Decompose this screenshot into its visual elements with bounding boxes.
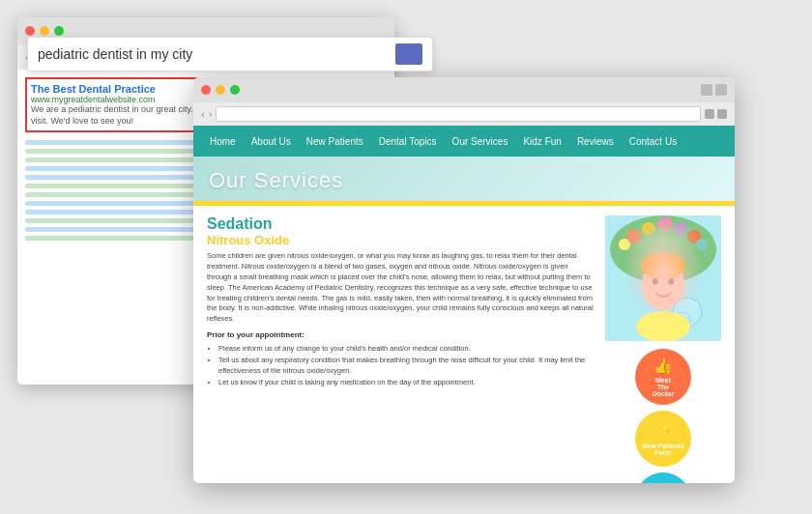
svg-point-6	[687, 230, 701, 243]
child-photo	[605, 215, 721, 341]
prior-label: Prior to your appointment:	[207, 329, 594, 341]
nav-icons	[705, 109, 727, 119]
nav-about[interactable]: About Us	[245, 132, 298, 151]
svg-point-15	[636, 311, 690, 341]
svg-point-9	[642, 260, 684, 310]
share-icon[interactable]	[705, 109, 714, 119]
svg-point-12	[641, 252, 685, 279]
svg-rect-0	[605, 215, 721, 341]
bookmark-icon[interactable]	[717, 109, 727, 119]
page-title: Our Services	[209, 168, 719, 193]
forward-arrow-front[interactable]: ›	[209, 108, 213, 120]
action-buttons: 👍 MeetTheDoctor ⭐ New PatientsForm ✉ Mak…	[635, 349, 691, 483]
search-bar-container: pediatric dentist in my city	[27, 37, 433, 71]
meet-doctor-button[interactable]: 👍 MeetTheDoctor	[635, 349, 691, 405]
bullet-2: Tell us about any respiratory condition …	[218, 356, 594, 376]
svg-point-3	[642, 222, 655, 236]
new-patients-label: New PatientsForm	[642, 443, 684, 456]
svg-point-10	[652, 278, 658, 285]
svg-point-4	[657, 217, 673, 233]
maximize-dot-front[interactable]	[230, 85, 240, 95]
nav-new-patients[interactable]: New Patients	[300, 132, 370, 151]
meet-doctor-label: MeetTheDoctor	[652, 377, 675, 397]
bullet-list: Please inform us of any change to your c…	[207, 344, 594, 388]
content-heading: Sedation	[207, 215, 594, 233]
svg-point-2	[626, 229, 642, 244]
content-subheading: Nitrous Oxide	[207, 233, 594, 247]
content-body: Some children are given nitrous oxide/ox…	[207, 251, 594, 325]
dental-nav: Home About Us New Patients Dental Topics…	[193, 126, 735, 157]
star-icon: ⭐	[653, 422, 673, 441]
dental-text: Sedation Nitrous Oxide Some children are…	[207, 215, 594, 483]
minimize-dot[interactable]	[40, 26, 49, 36]
nav-our-services[interactable]: Our Services	[446, 132, 515, 151]
nav-home[interactable]: Home	[203, 132, 243, 151]
svg-point-7	[619, 239, 630, 250]
nav-dental-topics[interactable]: Dental Topics	[372, 132, 444, 151]
close-dot[interactable]	[25, 26, 35, 36]
thumbs-up-icon: 👍	[653, 357, 673, 375]
svg-point-14	[675, 312, 690, 328]
search-button[interactable]	[395, 43, 422, 65]
svg-point-13	[673, 298, 702, 327]
icon-1	[701, 84, 712, 96]
svg-point-8	[696, 239, 708, 250]
address-bar-front[interactable]	[216, 106, 701, 122]
svg-point-5	[674, 222, 687, 236]
icon-2	[715, 84, 727, 96]
new-patients-button[interactable]: ⭐ New PatientsForm	[635, 411, 691, 467]
svg-point-1	[610, 215, 716, 283]
minimize-dot-front[interactable]	[216, 85, 225, 95]
appointment-button[interactable]: ✉ Make AnAppointment	[635, 472, 691, 483]
bullet-3: Let us know if your child is taking any …	[218, 378, 594, 388]
dental-hero: Our Services	[193, 157, 735, 201]
search-input[interactable]: pediatric dentist in my city	[38, 46, 395, 62]
nav-reviews[interactable]: Reviews	[570, 132, 621, 151]
nav-contact[interactable]: Contact Us	[623, 132, 683, 151]
title-bar-front	[193, 77, 735, 102]
close-dot-front[interactable]	[201, 85, 211, 95]
nav-bar-front: ‹ ›	[193, 102, 735, 126]
browser-front: ‹ › Home About Us New Patients Dental To…	[193, 77, 735, 483]
dental-content: Sedation Nitrous Oxide Some children are…	[193, 206, 735, 483]
bullet-1: Please inform us of any change to your c…	[218, 344, 594, 355]
svg-point-11	[668, 278, 674, 285]
maximize-dot[interactable]	[54, 26, 64, 36]
back-arrow-front[interactable]: ‹	[201, 108, 205, 120]
nav-kidz-fun[interactable]: Kidz Fun	[516, 132, 567, 151]
dental-image-col: 👍 MeetTheDoctor ⭐ New PatientsForm ✉ Mak…	[605, 215, 721, 483]
browser-front-icons	[701, 84, 727, 96]
